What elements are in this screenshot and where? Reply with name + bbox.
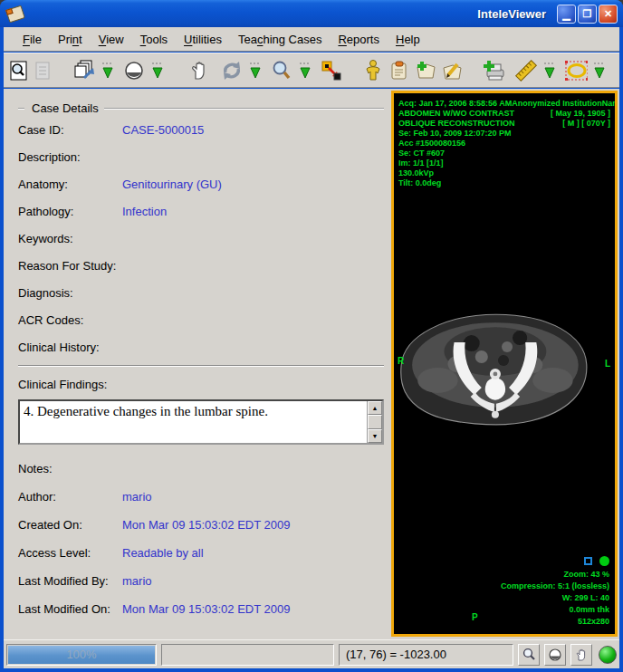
menu-teaching-cases[interactable]: Teaching Cases [230,30,331,49]
field-row-anatomy: Anatomy: Genitourinary (GU) [18,170,386,197]
field-row-reason: Reason For Study: [18,252,386,279]
institution-name: Anonymized InstitutionName [512,99,618,109]
add-image-to-case-icon[interactable] [482,58,505,83]
author-value: mario [122,490,152,504]
report-icon[interactable] [388,58,411,83]
progress-bar: 100% [6,644,157,666]
scroll-up-icon[interactable]: ▲ [368,401,382,415]
author-label: Author: [18,490,122,504]
image-number: Im: 1/1 [1/1] [398,158,444,168]
main-content: Case Details Case ID: CASE-5000015 Descr… [4,89,619,639]
image-viewport[interactable]: Acq: Jan 17, 2006 8:58:56 AMAnonymized I… [391,91,618,637]
status-zoom-button[interactable] [518,644,540,666]
field-row-diagnosis: Diagnosis: [18,279,386,306]
field-row-keywords: Keywords: [18,225,386,252]
ruler-icon[interactable] [514,58,538,83]
field-row-last-modified-by: Last Modified By: mario [18,567,386,595]
connection-status-led [599,646,617,664]
last-modified-by-label: Last Modified By: [18,574,122,588]
zoom-readout: Zoom: 43 % [501,569,609,581]
clinical-findings-textarea[interactable]: 4. Degenerative changes in the lumbar sp… [18,399,384,445]
case-id-label: Case ID: [18,123,122,137]
field-row-access-level: Access Level: Readable by all [18,539,386,567]
add-case-icon[interactable] [414,58,437,83]
menu-utilities[interactable]: Utilities [176,30,230,49]
ruler-dropdown-icon[interactable] [538,58,561,83]
window-level-icon[interactable] [122,58,146,83]
window-level-dropdown-icon[interactable] [146,58,169,83]
orientation-marker-right: R [398,356,404,366]
clinical-findings-label: Clinical Findings: [18,378,386,398]
status-pan-button[interactable] [570,644,592,666]
scroll-down-icon[interactable]: ▼ [368,429,382,443]
field-row-description: Description: [18,143,386,170]
kvp-value: 130.0kVp [398,168,434,178]
findings-scrollbar[interactable]: ▲ ▼ [367,401,382,443]
orientation-marker-left: L [605,359,610,369]
field-row-notes: Notes: [18,455,386,483]
viewer-panel: Acq: Jan 17, 2006 8:58:56 AMAnonymized I… [389,89,619,639]
diagnosis-label: Diagnosis: [18,286,122,300]
accession-number: Acc #1500080156 [398,139,465,149]
scroll-thumb[interactable] [368,415,382,429]
status-bar: 100% (17, 76) = -1023.00 [4,639,619,668]
compression-readout: Compression: 5:1 (lossless) [501,581,609,592]
window-level-readout: W: 299 L: 40 [501,592,609,604]
roi-dropdown-icon[interactable] [588,58,611,83]
menu-tools[interactable]: Tools [132,30,176,49]
pixel-value-readout: (17, 76) = -1023.00 [339,644,513,666]
maximize-button[interactable]: ❐ [578,5,597,24]
matrix-size-readout: 512x280 [501,616,609,628]
window-title: InteleViewer [477,7,546,21]
study-description: ABDOMEN W/WO CONTRAST [398,109,514,119]
field-row-author: Author: mario [18,483,386,511]
case-details-legend: Case Details [28,101,102,115]
last-modified-on-label: Last Modified On: [18,602,122,616]
case-id-value: CASE-5000015 [122,123,204,137]
menu-print[interactable]: Print [50,30,91,49]
image-layout-icon[interactable] [72,58,96,83]
acr-codes-label: ACR Codes: [18,313,122,327]
ellipse-roi-icon[interactable] [564,58,588,83]
toolbar [4,53,619,88]
case-details-groupbox: Case Details [18,101,386,116]
refresh-icon[interactable] [220,58,244,83]
new-document-icon[interactable] [31,58,54,83]
title-bar[interactable]: InteleViewer ▁ ❐ ✕ [0,0,623,27]
created-on-value: Mon Mar 09 15:03:02 EDT 2009 [122,518,291,532]
access-level-label: Access Level: [18,546,122,560]
notes-label: Notes: [18,462,122,475]
inteleviewer-window: InteleViewer ▁ ❐ ✕ File Print View Tools… [0,0,623,672]
search-case-icon[interactable] [7,58,31,83]
zoom-dropdown-icon[interactable] [293,58,317,83]
dicom-overlay-bottom: Zoom: 43 % Compression: 5:1 (lossless) W… [501,556,609,628]
pathology-label: Pathology: [18,205,122,218]
series-number: Se: CT #607 [398,149,445,158]
menu-reports[interactable]: Reports [330,30,388,49]
field-row-created-on: Created On: Mon Mar 09 15:03:02 EDT 2009 [18,511,386,539]
description-label: Description: [18,150,122,164]
refresh-dropdown-icon[interactable] [244,58,267,83]
menu-help[interactable]: Help [388,30,428,49]
patient-sex-age: [ M ] [ 070Y ] [562,119,610,129]
reason-label: Reason For Study: [18,259,122,273]
menu-file[interactable]: File [14,30,50,49]
zoom-icon[interactable] [270,58,293,83]
field-row-pathology: Pathology: Infection [18,197,386,225]
status-message-area [161,644,334,666]
close-button[interactable]: ✕ [599,5,618,24]
magnify-region-icon[interactable] [320,58,343,83]
patient-icon[interactable] [361,58,385,83]
section-divider [18,365,384,367]
link-square-icon[interactable] [584,557,592,565]
minimize-button[interactable]: ▁ [557,5,576,24]
tilt-value: Tilt: 0.0deg [398,178,441,188]
field-row-case-id: Case ID: CASE-5000015 [18,116,386,143]
menu-view[interactable]: View [91,30,132,49]
pathology-value: Infection [122,205,167,218]
edit-case-icon[interactable] [440,58,464,83]
menu-bar: File Print View Tools Utilities Teaching… [4,27,619,52]
pan-hand-icon[interactable] [187,58,211,83]
status-window-level-button[interactable] [544,644,566,666]
layout-dropdown-icon[interactable] [96,58,120,83]
